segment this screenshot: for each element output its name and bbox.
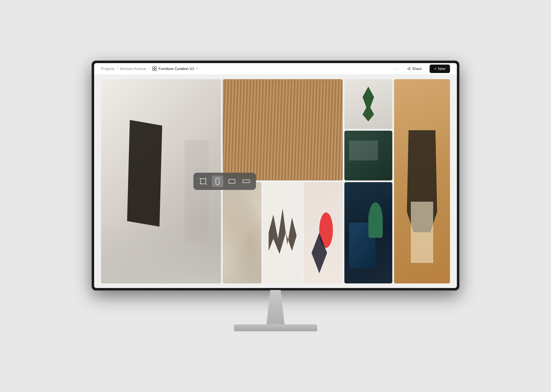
breadcrumb-benson[interactable]: Benson Avenue [120, 67, 146, 71]
image-marble[interactable] [223, 182, 261, 283]
layout-popup [193, 173, 256, 190]
right-top-stack [344, 79, 392, 181]
svg-rect-1 [155, 67, 156, 68]
layout-portrait-button[interactable] [212, 175, 223, 187]
layout-wide-button[interactable] [240, 175, 252, 187]
top-bar: Projects / Benson Avenue / [94, 63, 457, 75]
lamp-decoration [368, 202, 383, 238]
monitor-base [234, 324, 317, 331]
breadcrumb: Projects / Benson Avenue / [101, 66, 198, 71]
wood-image-content [223, 79, 343, 181]
svg-line-8 [408, 68, 409, 69]
more-options-button[interactable]: ··· [391, 65, 399, 72]
main-content [94, 75, 457, 288]
svg-point-4 [409, 67, 410, 68]
new-label: New [438, 67, 445, 71]
image-wood[interactable] [223, 79, 343, 181]
image-plant[interactable] [344, 79, 392, 129]
svg-line-7 [408, 69, 409, 70]
svg-line-11 [206, 184, 207, 185]
image-green-room[interactable] [344, 131, 392, 181]
breadcrumb-sep-2: / [148, 66, 150, 71]
svg-rect-14 [216, 178, 219, 184]
teal-image-content [344, 182, 392, 283]
share-icon [407, 67, 410, 70]
scribble-image-content [263, 182, 302, 283]
monitor-wrapper: Projects / Benson Avenue / [92, 61, 459, 331]
screen-inner: Projects / Benson Avenue / [94, 63, 457, 288]
image-teal-interior[interactable] [344, 182, 392, 283]
top-bar-actions: ··· Share + New [391, 64, 450, 73]
monitor-screen: Projects / Benson Avenue / [92, 61, 459, 290]
image-chair-room[interactable] [394, 79, 450, 283]
svg-rect-15 [229, 179, 235, 183]
new-button[interactable]: + New [430, 64, 450, 73]
chair-image-content [394, 79, 450, 283]
layout-landscape-button[interactable] [226, 175, 238, 187]
svg-line-10 [200, 178, 201, 179]
board-icon [152, 66, 157, 71]
monitor-neck [263, 290, 288, 324]
svg-point-5 [408, 68, 408, 69]
breadcrumb-current: Furniture Curation V1 [152, 66, 198, 71]
image-abstract[interactable] [304, 182, 343, 283]
share-label: Share [412, 67, 422, 71]
image-scribble[interactable] [263, 182, 302, 283]
breadcrumb-projects[interactable]: Projects [101, 67, 114, 71]
svg-rect-2 [153, 69, 154, 71]
svg-rect-0 [153, 67, 154, 68]
layout-crop-button[interactable] [198, 175, 209, 187]
marble-image-content [223, 182, 261, 283]
bottom-mid-grid [223, 182, 343, 283]
breadcrumb-sep-1: / [117, 66, 118, 71]
svg-rect-3 [155, 69, 156, 71]
plant-image-content [344, 79, 392, 129]
plus-icon: + [434, 67, 437, 71]
svg-rect-16 [243, 180, 250, 183]
svg-point-6 [409, 69, 410, 70]
chevron-down-icon [196, 67, 198, 70]
moodboard-grid [101, 79, 450, 283]
abstract-image-content [304, 182, 343, 283]
svg-rect-9 [201, 179, 206, 184]
breadcrumb-page-title: Furniture Curation V1 [159, 67, 194, 71]
share-button[interactable]: Share [403, 65, 426, 73]
green-room-image-content [344, 131, 392, 181]
